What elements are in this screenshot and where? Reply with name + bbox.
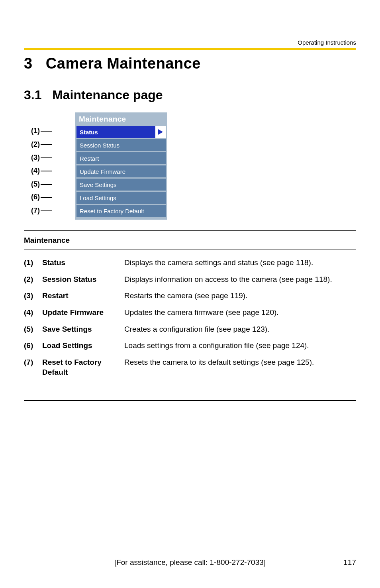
h2-number: 3.1 [24,88,41,102]
menu-item-reset-factory[interactable]: Reset to Factory Default [76,205,166,217]
row-name: Session Status [42,274,124,285]
row-description: Updates the camera firmware (see page 12… [124,307,356,318]
row-description: Displays the camera settings and status … [124,258,356,268]
h1-title: Camera Maintenance [46,55,201,72]
row-number: (3) [24,291,42,301]
arrow-right-icon [158,129,163,135]
table-rule [24,230,356,231]
svg-marker-0 [158,129,163,135]
table-row: (2) Session Status Displays information … [24,271,356,288]
menu-item-restart[interactable]: Restart [76,152,166,164]
description-table: (1) Status Displays the camera settings … [24,254,356,381]
row-description: Loads settings from a configuration file… [124,340,356,351]
row-description: Resets the camera to its default setting… [124,357,356,368]
row-number: (5) [24,324,42,334]
footer-assist-text: [For assistance, please call: 1-800-272-… [0,558,380,567]
menu-item-arrow-slot [155,126,166,138]
row-number: (1) [24,258,42,268]
menu-item-update-firmware[interactable]: Update Firmware [76,165,166,177]
table-row: (7) Reset to Factory Default Resets the … [24,354,356,381]
row-name: Restart [42,291,124,301]
menu-item-label: Session Status [76,139,166,151]
menu-item-label: Save Settings [76,179,166,191]
menu-item-session-status[interactable]: Session Status [76,139,166,151]
h1-number: 3 [24,55,33,72]
row-name: Status [42,258,124,268]
row-number: (7) [24,357,42,368]
row-name: Load Settings [42,340,124,351]
menu-item-label: Reset to Factory Default [76,205,166,217]
menu-item-label: Restart [76,152,166,164]
menu-item-status[interactable]: Status [76,126,166,138]
row-number: (2) [24,274,42,285]
table-row: (4) Update Firmware Updates the camera f… [24,304,356,321]
row-name: Reset to Factory Default [42,357,124,378]
table-row: (1) Status Displays the camera settings … [24,254,356,271]
table-rule [24,250,356,250]
menu-item-load-settings[interactable]: Load Settings [76,192,166,204]
menu-item-save-settings[interactable]: Save Settings [76,179,166,191]
row-name: Save Settings [42,324,124,334]
maintenance-menu-panel: Maintenance Status Session Status Restar… [75,112,167,220]
table-row: (3) Restart Restarts the camera (see pag… [24,287,356,304]
menu-item-label: Update Firmware [76,165,166,177]
page: Operating Instructions 3 Camera Maintena… [0,0,380,588]
menu-title: Maintenance [75,112,167,126]
footer-page-number: 117 [343,558,356,567]
row-description: Displays information on access to the ca… [124,274,356,285]
section-heading-h2: 3.1 Maintenance page [24,88,163,102]
section-heading-h1: 3 Camera Maintenance [24,55,201,72]
row-number: (6) [24,340,42,351]
row-number: (4) [24,307,42,318]
table-row: (6) Load Settings Loads settings from a … [24,337,356,354]
menu-item-label: Load Settings [76,192,166,204]
row-name: Update Firmware [42,307,124,318]
row-description: Restarts the camera (see page 119). [124,291,356,301]
header-right-text: Operating Instructions [24,39,356,46]
table-row: (5) Save Settings Creates a configuratio… [24,321,356,338]
row-description: Creates a configuration file (see page 1… [124,324,356,334]
menu-item-label: Status [76,126,155,138]
maintenance-menu-figure: Maintenance Status Session Status Restar… [24,112,191,220]
header-rule [24,48,356,50]
h2-title: Maintenance page [52,88,163,102]
table-header: Maintenance [24,236,70,245]
table-rule [24,400,356,401]
